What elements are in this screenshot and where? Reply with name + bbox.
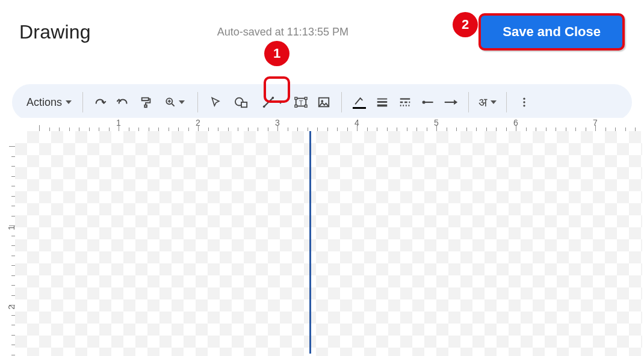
line-dash-icon xyxy=(398,96,412,109)
shape-tool-button[interactable] xyxy=(227,91,256,114)
save-and-close-button[interactable]: Save and Close xyxy=(478,13,625,51)
horizontal-ruler[interactable]: 1234567 xyxy=(15,118,642,131)
line-color-icon xyxy=(353,96,366,109)
text-box-button[interactable]: T xyxy=(289,91,312,114)
svg-rect-14 xyxy=(305,105,307,108)
paint-roller-icon xyxy=(140,96,153,109)
line-weight-button[interactable] xyxy=(371,91,394,114)
cursor-icon xyxy=(209,96,221,108)
line-dash-button[interactable] xyxy=(394,91,416,114)
line-weight-icon xyxy=(376,96,389,109)
more-vertical-icon xyxy=(518,96,530,108)
chevron-down-icon xyxy=(277,100,283,104)
autosave-status: Auto-saved at 11:13:55 PM xyxy=(217,26,348,38)
svg-rect-18 xyxy=(377,101,388,103)
toolbar-separator xyxy=(197,92,198,112)
svg-point-8 xyxy=(272,97,274,99)
dialog-header: Drawing Auto-saved at 11:13:55 PM Save a… xyxy=(0,0,644,55)
toolbar-separator xyxy=(82,92,83,112)
drawn-vertical-line[interactable] xyxy=(309,131,311,354)
svg-text:T: T xyxy=(299,99,303,106)
drawing-canvas-area: 1234567 12 xyxy=(2,118,642,356)
drawing-canvas[interactable] xyxy=(15,131,642,356)
font-sample-label: अ xyxy=(478,96,487,109)
image-icon xyxy=(317,96,330,109)
svg-rect-13 xyxy=(295,105,297,108)
zoom-dropdown-button[interactable] xyxy=(158,91,191,114)
redo-button[interactable] xyxy=(112,91,135,114)
more-options-button[interactable] xyxy=(513,91,536,114)
vertical-ruler[interactable]: 12 xyxy=(2,131,15,356)
paint-format-button[interactable] xyxy=(135,91,158,114)
svg-point-26 xyxy=(523,98,525,100)
actions-menu-button[interactable]: Actions xyxy=(22,91,76,114)
line-end-icon xyxy=(444,96,458,109)
svg-point-28 xyxy=(523,105,525,106)
actions-menu-label: Actions xyxy=(26,96,62,109)
undo-button[interactable] xyxy=(89,91,112,114)
svg-point-27 xyxy=(523,101,525,103)
svg-line-1 xyxy=(172,104,175,106)
svg-rect-17 xyxy=(377,99,388,100)
annotation-step-2: 2 xyxy=(453,12,478,37)
zoom-icon xyxy=(164,96,176,108)
line-start-button[interactable] xyxy=(416,91,439,114)
line-icon xyxy=(262,96,275,109)
svg-rect-11 xyxy=(295,97,297,100)
svg-rect-19 xyxy=(377,105,388,107)
redo-icon xyxy=(117,96,130,109)
svg-point-7 xyxy=(263,106,265,108)
select-tool-button[interactable] xyxy=(204,91,227,114)
svg-point-16 xyxy=(321,100,323,102)
chevron-down-icon xyxy=(179,100,185,104)
chevron-down-icon xyxy=(66,100,72,104)
chevron-down-icon xyxy=(491,100,497,104)
line-start-icon xyxy=(421,96,435,109)
drawing-toolbar: Actions T xyxy=(12,84,632,120)
line-end-button[interactable] xyxy=(439,91,462,114)
toolbar-separator xyxy=(506,92,507,112)
dialog-title: Drawing xyxy=(19,21,91,43)
text-box-icon: T xyxy=(294,96,308,109)
shape-icon xyxy=(234,96,249,109)
toolbar-separator xyxy=(341,92,342,112)
insert-image-button[interactable] xyxy=(312,91,335,114)
svg-line-6 xyxy=(264,98,273,107)
toolbar-separator xyxy=(468,92,469,112)
font-menu-button[interactable]: अ xyxy=(475,96,500,109)
svg-rect-12 xyxy=(305,97,307,100)
line-color-button[interactable] xyxy=(348,91,371,114)
annotation-step-1: 1 xyxy=(264,41,289,66)
undo-icon xyxy=(94,96,107,109)
svg-rect-5 xyxy=(241,102,247,107)
line-tool-button[interactable] xyxy=(256,91,289,114)
